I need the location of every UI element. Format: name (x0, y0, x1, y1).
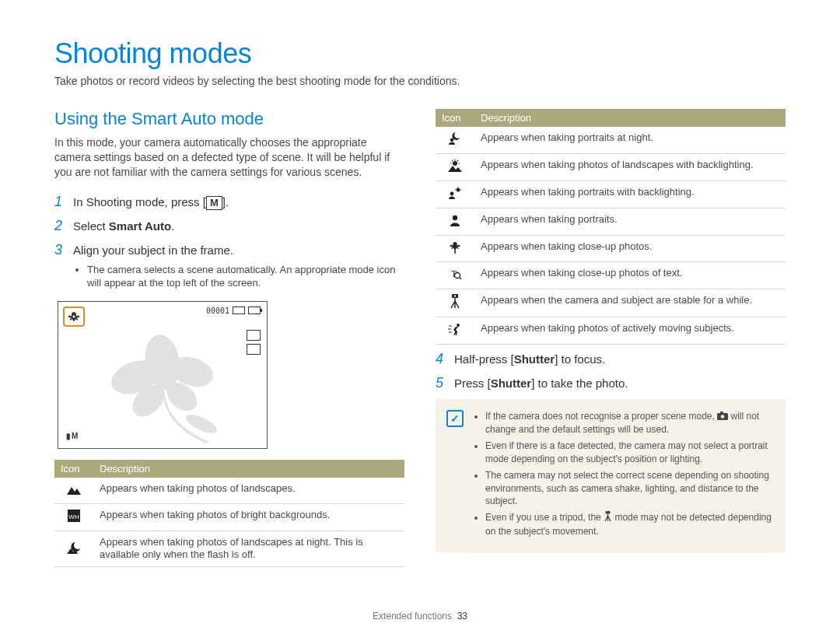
camera-screen-illustration: 00001 ▮M (58, 301, 268, 449)
desc-cell: Appears when taking close-up photos. (474, 235, 786, 262)
svg-text:WH: WH (68, 513, 79, 520)
table-row: Appears when taking photos of actively m… (436, 317, 786, 345)
svg-line-33 (454, 331, 456, 335)
step-4: 4 Half-press [Shutter] to focus. (436, 351, 786, 367)
step-number: 1 (54, 194, 65, 210)
quality-icon (247, 344, 261, 355)
svg-point-16 (457, 187, 460, 191)
step-3: 3 Align your subject in the frame. (54, 242, 404, 258)
table-row: Appears when taking photos of landscapes… (436, 153, 786, 180)
step-number: 2 (54, 218, 65, 234)
svg-point-5 (156, 375, 172, 391)
macro-icon (447, 240, 463, 254)
note-item: Even if you use a tripod, the mode may n… (485, 511, 773, 538)
page-footer: Extended functions 33 (0, 611, 840, 622)
table-row: T Appears when taking close-up photos of… (436, 262, 786, 289)
step-number: 5 (436, 375, 446, 391)
resolution-icon (247, 330, 261, 341)
section-heading: Using the Smart Auto mode (54, 109, 404, 129)
screen-top-row: 00001 (206, 306, 261, 315)
page-number: 33 (457, 611, 467, 622)
landscape-icon (66, 482, 82, 496)
step-1: 1 In Shooting mode, press [M]. (54, 194, 404, 210)
table-row: Appears when taking close-up photos. (436, 235, 786, 262)
svg-rect-40 (606, 511, 611, 514)
svg-point-27 (454, 296, 456, 297)
svg-rect-38 (720, 412, 723, 414)
th-icon: Icon (436, 109, 474, 127)
svg-line-14 (452, 160, 453, 161)
m-key-icon: M (206, 196, 222, 210)
night-landscape-icon (66, 541, 82, 555)
th-desc: Description (93, 460, 404, 478)
svg-point-39 (721, 415, 725, 419)
desc-cell: Appears when the camera and subject are … (474, 289, 786, 317)
bullet-item: The camera selects a scene automatically… (87, 263, 404, 290)
note-icon: ✓ (446, 410, 464, 427)
right-column: Icon Description Appears when taking por… (436, 109, 786, 573)
screen-right-stack (247, 330, 261, 355)
table-row: Appears when taking portraits with backl… (436, 180, 786, 208)
step-3-bullets: The camera selects a scene automatically… (76, 263, 404, 290)
step-5: 5 Press [Shutter] to take the photo. (436, 375, 786, 391)
icon-table-left: Icon Description Appears when taking pho… (54, 460, 404, 568)
content-columns: Using the Smart Auto mode In this mode, … (54, 109, 786, 573)
frame-counter: 00001 (206, 306, 229, 315)
svg-point-32 (457, 324, 460, 327)
svg-point-9 (450, 138, 453, 142)
desc-cell: Appears when taking photos of landscapes… (93, 531, 404, 567)
note-item: The camera may not select the correct sc… (485, 469, 773, 508)
action-icon (447, 322, 463, 336)
th-desc: Description (474, 109, 786, 127)
svg-point-20 (450, 191, 454, 195)
mode-badge-macro-icon (63, 306, 85, 327)
th-icon: Icon (54, 460, 93, 478)
im-badge: ▮M (66, 432, 77, 440)
desc-cell: Appears when taking photos of landscapes… (474, 153, 786, 180)
tripod-inline-icon (604, 511, 612, 525)
desc-cell: Appears when taking photos of actively m… (474, 317, 786, 345)
backlight-portrait-icon (447, 186, 463, 200)
page-intro: Take photos or record videos by selectin… (54, 75, 786, 87)
white-bg-icon: WH (66, 509, 82, 523)
page-title: Shooting modes (54, 37, 786, 70)
left-column: Using the Smart Auto mode In this mode, … (54, 109, 404, 573)
svg-point-10 (453, 161, 457, 166)
step-text: Half-press [Shutter] to focus. (454, 351, 605, 366)
table-row: Appears when the camera and subject are … (436, 289, 786, 317)
footer-section-label: Extended functions (373, 611, 452, 622)
table-row: Appears when taking photos of landscapes… (54, 478, 404, 503)
svg-point-21 (453, 215, 457, 219)
svg-line-25 (460, 278, 461, 279)
desc-cell: Appears when taking photos of bright bac… (93, 503, 404, 531)
backlight-landscape-icon (447, 159, 463, 173)
desc-cell: Appears when taking photos of landscapes… (93, 478, 404, 503)
step-number: 3 (54, 242, 65, 258)
desc-cell: Appears when taking portraits. (474, 208, 786, 235)
night-portrait-icon (447, 131, 463, 145)
desc-cell: Appears when taking portraits with backl… (474, 180, 786, 208)
note-item: If the camera does not recognise a prope… (485, 410, 773, 436)
desc-cell: Appears when taking portraits at night. (474, 127, 786, 153)
step-text: Select Smart Auto. (73, 218, 174, 233)
step-2: 2 Select Smart Auto. (54, 218, 404, 234)
portrait-icon (447, 213, 463, 227)
table-row: Appears when taking portraits. (436, 208, 786, 235)
table-row: Appears when taking photos of landscapes… (54, 531, 404, 567)
flower-illustration (93, 319, 233, 443)
step-number: 4 (436, 351, 446, 367)
table-row: WH Appears when taking photos of bright … (54, 503, 404, 531)
macro-text-icon: T (447, 267, 463, 281)
note-item: Even if there is a face detected, the ca… (485, 440, 773, 466)
step-text: Press [Shutter] to take the photo. (454, 375, 628, 390)
smart-auto-icon (717, 411, 728, 424)
note-box: ✓ If the camera does not recognise a pro… (436, 399, 786, 552)
desc-cell: Appears when taking close-up photos of t… (474, 262, 786, 289)
card-icon (233, 306, 245, 314)
tripod-icon (447, 294, 463, 308)
section-paragraph: In this mode, your camera automatically … (54, 135, 404, 180)
step-text: Align your subject in the frame. (73, 242, 233, 257)
icon-table-right: Icon Description Appears when taking por… (436, 109, 786, 345)
battery-icon (248, 306, 261, 314)
step-text: In Shooting mode, press [M]. (73, 194, 229, 210)
